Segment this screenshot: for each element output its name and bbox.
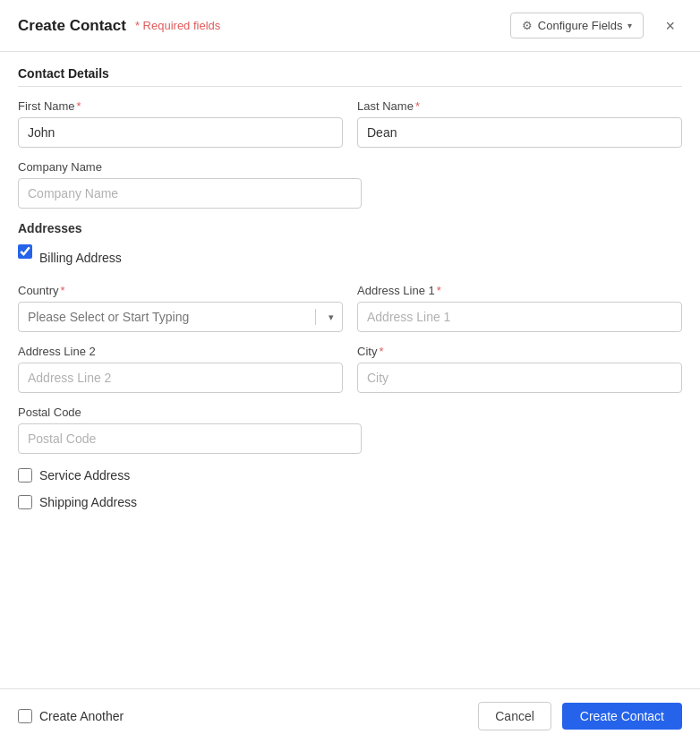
chevron-down-icon: ▾ [627,21,632,30]
city-label: City* [357,345,682,358]
postal-code-group: Postal Code [18,406,362,454]
first-name-label: First Name* [18,99,343,113]
address-line1-required-star: * [437,284,441,297]
service-address-checkbox[interactable] [18,468,32,483]
shipping-address-label[interactable]: Shipping Address [39,495,137,509]
service-address-label[interactable]: Service Address [39,468,130,483]
last-name-group: Last Name* [357,99,682,148]
first-name-group: First Name* [18,99,343,148]
country-group: Country* ▾ [18,284,343,332]
last-name-input[interactable] [357,117,682,148]
create-contact-button[interactable]: Create Contact [562,703,682,730]
close-button[interactable]: × [658,14,682,38]
country-label: Country* [18,284,343,297]
address-line2-input[interactable] [18,363,343,393]
country-select-input[interactable] [18,302,343,332]
billing-address-label[interactable]: Billing Address [39,251,122,265]
address2-city-row: Address Line 2 City* [18,345,682,393]
configure-fields-label: Configure Fields [538,19,623,32]
city-input[interactable] [357,363,682,393]
last-name-label: Last Name* [357,99,682,113]
create-another-label[interactable]: Create Another [39,709,124,723]
address-line2-label: Address Line 2 [18,345,343,358]
contact-details-section-title: Contact Details [18,66,682,87]
last-name-required-star: * [415,99,420,113]
postal-code-input[interactable] [18,423,362,454]
create-another-checkbox[interactable] [18,709,32,723]
company-name-input[interactable] [18,178,362,209]
city-required-star: * [379,345,383,358]
first-name-input[interactable] [18,117,343,148]
country-select-wrapper: ▾ [18,302,343,332]
company-name-row: Company Name [18,160,682,209]
modal-footer: Create Another Cancel Create Contact [0,688,700,743]
postal-code-row: Postal Code [18,406,682,454]
shipping-address-checkbox[interactable] [18,495,32,509]
addresses-section-label: Addresses [18,221,682,235]
create-another-row: Create Another [18,709,124,723]
postal-code-label: Postal Code [18,406,362,419]
address-line1-group: Address Line 1* [357,284,682,332]
footer-inner: Create Another Cancel Create Contact [18,702,682,730]
configure-fields-button[interactable]: ⚙ Configure Fields ▾ [510,13,645,38]
first-name-required-star: * [77,99,81,113]
modal-body: Contact Details First Name* Last Name* C… [0,52,700,688]
city-group: City* [357,345,682,393]
address-line1-input[interactable] [357,302,682,332]
modal-title: Create Contact [18,17,126,35]
name-row: First Name* Last Name* [18,99,682,148]
company-name-label: Company Name [18,160,362,174]
select-divider [315,309,316,325]
company-name-group: Company Name [18,160,362,209]
address-line1-label: Address Line 1* [357,284,682,297]
cancel-button[interactable]: Cancel [478,702,551,730]
shipping-address-row: Shipping Address [18,495,682,509]
gear-icon: ⚙ [522,19,533,32]
billing-address-row: Billing Address [18,244,682,271]
country-required-star: * [61,284,65,297]
service-address-row: Service Address [18,468,682,483]
required-fields-label: * Required fields [135,19,220,32]
modal-header: Create Contact * Required fields ⚙ Confi… [0,0,700,52]
country-address1-row: Country* ▾ Address Line 1* [18,284,682,332]
create-contact-modal: Create Contact * Required fields ⚙ Confi… [0,0,700,743]
address-line2-group: Address Line 2 [18,345,343,393]
billing-address-checkbox[interactable] [18,244,32,259]
